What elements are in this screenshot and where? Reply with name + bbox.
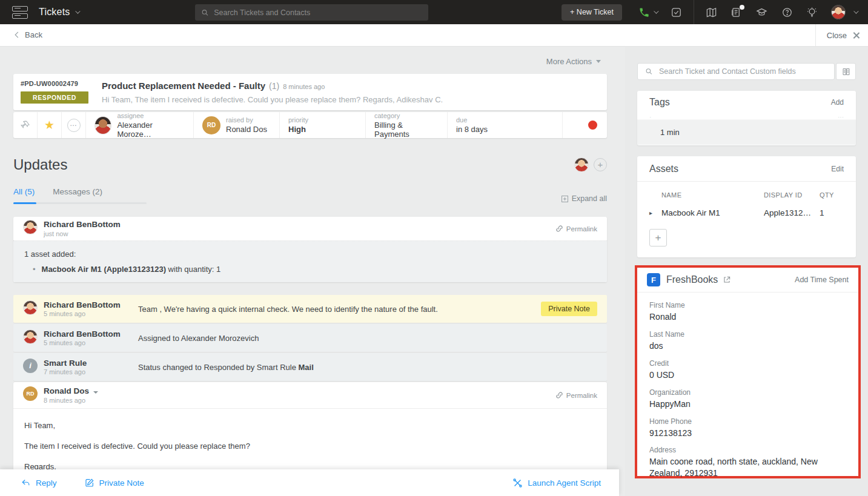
- ticket-excerpt: Hi Team, The item I received is defectiv…: [102, 95, 443, 104]
- tab-all[interactable]: All (5): [13, 187, 35, 202]
- asset-qty: 1: [820, 208, 844, 217]
- author-name[interactable]: Ronald Dos: [44, 386, 98, 396]
- due-field[interactable]: due in 8 days: [448, 112, 563, 138]
- due-value: in 8 days: [456, 125, 488, 134]
- reply-button[interactable]: Reply: [21, 478, 57, 488]
- custom-fields-search-input[interactable]: [659, 67, 827, 76]
- search-icon: [201, 8, 209, 17]
- global-search-input[interactable]: [214, 8, 422, 17]
- layout-toggle-button[interactable]: [836, 63, 856, 80]
- update-item-smart-rule: i Smart Rule 7 minutes ago Status change…: [13, 353, 607, 381]
- expand-triangle-icon[interactable]: ▸: [649, 210, 661, 216]
- author-name[interactable]: Richard BenBottom: [44, 300, 121, 310]
- permalink-button[interactable]: Permalink: [555, 225, 597, 233]
- back-button[interactable]: Back: [16, 30, 42, 39]
- author-name[interactable]: Richard BenBottom: [44, 220, 121, 230]
- global-search[interactable]: [195, 4, 428, 21]
- add-asset-button[interactable]: +: [649, 229, 667, 246]
- topbar-divider: [694, 0, 694, 24]
- update-time: 5 minutes ago: [44, 339, 121, 346]
- assets-title: Assets: [649, 164, 678, 174]
- author-name[interactable]: Richard BenBottom: [44, 329, 121, 339]
- raised-by-field[interactable]: RD raised by Ronald Dos: [194, 112, 280, 138]
- field-home-phone: Home Phone 912138123: [649, 417, 846, 439]
- update-time: 7 minutes ago: [44, 368, 87, 375]
- link-icon: [555, 391, 563, 399]
- author-avatar: [23, 329, 38, 344]
- close-label: Close: [827, 31, 847, 40]
- module-chevron-down-icon[interactable]: [76, 8, 81, 13]
- note-pencil-icon: [85, 478, 94, 488]
- feeds-icon[interactable]: [731, 7, 742, 18]
- ticket-detail-pane: More Actions #PD-UW00002479 RESPONDED Pr…: [0, 47, 625, 496]
- info-icon: i: [23, 359, 38, 373]
- tab-underline: [13, 202, 147, 204]
- field-credit: Credit 0 USD: [649, 359, 846, 381]
- priority-label: priority: [288, 116, 308, 124]
- field-first-name: First Name Ronald: [649, 301, 846, 323]
- assignee-field[interactable]: assignee Alexander Moroze…: [86, 112, 194, 138]
- search-icon: [645, 67, 653, 76]
- private-note-badge[interactable]: Private Note: [541, 302, 597, 316]
- tags-title: Tags: [649, 97, 670, 108]
- academy-icon[interactable]: [755, 7, 768, 18]
- due-label: due: [456, 116, 488, 124]
- back-chevron-icon: [15, 32, 21, 38]
- module-title[interactable]: Tickets: [39, 7, 70, 18]
- author-avatar: [23, 220, 38, 234]
- assets-column-headers: NAME DISPLAY ID QTY: [649, 188, 844, 202]
- add-update-button[interactable]: +: [594, 158, 607, 171]
- category-field[interactable]: category Billing & Payments: [366, 112, 448, 138]
- phone-chevron-down-icon[interactable]: [654, 8, 658, 13]
- tags-add-button[interactable]: Add: [831, 98, 844, 107]
- assets-edit-button[interactable]: Edit: [831, 165, 844, 173]
- update-time: 8 minutes ago: [44, 397, 98, 404]
- star-button[interactable]: ★: [38, 112, 62, 138]
- close-button[interactable]: Close: [815, 24, 860, 46]
- author-avatar: [23, 300, 38, 315]
- tags-row-value: 1 min: [637, 120, 856, 145]
- category-value: Billing & Payments: [374, 121, 439, 139]
- field-address: Address Main coone road, north state, au…: [649, 446, 846, 479]
- author-chevron-icon[interactable]: [93, 391, 98, 394]
- tags-panel: Tags Add ···· 1 min: [637, 91, 856, 145]
- profile-chevron-down-icon[interactable]: [853, 8, 858, 13]
- assignee-label: assignee: [117, 112, 185, 119]
- permalink-button[interactable]: Permalink: [555, 391, 597, 399]
- update-time: just now: [44, 230, 121, 237]
- tasks-icon[interactable]: [671, 7, 682, 18]
- external-link-icon[interactable]: [723, 276, 731, 284]
- private-note-button[interactable]: Private Note: [85, 478, 144, 488]
- whats-new-icon[interactable]: [806, 7, 818, 18]
- app-switcher-icon[interactable]: [12, 6, 28, 19]
- tab-messages[interactable]: Messages (2): [53, 187, 102, 202]
- custom-fields-search[interactable]: [637, 63, 835, 80]
- help-icon[interactable]: [781, 7, 793, 18]
- phone-icon[interactable]: [638, 7, 657, 18]
- expand-all-button[interactable]: Expand all: [562, 194, 607, 203]
- pin-button[interactable]: [13, 112, 38, 138]
- priority-field[interactable]: priority High: [280, 112, 366, 138]
- close-icon: [853, 32, 860, 39]
- asset-row[interactable]: ▸ Macbook Air M1 Apple1312… 1: [649, 202, 844, 223]
- new-ticket-button[interactable]: + New Ticket: [562, 4, 622, 21]
- assignee-avatar: [94, 116, 111, 134]
- add-time-spent-button[interactable]: Add Time Spent: [795, 276, 849, 284]
- ticket-title[interactable]: Product Replacement Needed - Faulty: [102, 81, 265, 91]
- user-avatar[interactable]: [831, 5, 846, 19]
- notification-dot: [740, 5, 744, 10]
- more-actions-button[interactable]: More Actions: [546, 57, 601, 66]
- ticket-toolbar: Back Close: [0, 24, 868, 47]
- launch-agent-script-button[interactable]: Launch Agent Script: [512, 478, 601, 488]
- update-item-assignment: Richard BenBottom 5 minutes ago Assigned…: [13, 324, 607, 352]
- expand-all-icon: [562, 196, 568, 202]
- update-item-private-note: Richard BenBottom 5 minutes ago Team , W…: [13, 295, 607, 323]
- bullet-icon: •: [33, 265, 36, 274]
- book-icon: [841, 67, 851, 76]
- ticket-header-card: #PD-UW00002479 RESPONDED Product Replace…: [13, 74, 607, 110]
- raised-by-label: raised by: [226, 116, 267, 124]
- map-icon[interactable]: [706, 7, 717, 18]
- more-options-button[interactable]: …: [62, 112, 86, 138]
- raised-by-avatar: RD: [202, 116, 220, 134]
- ticket-time: 8 minutes ago: [283, 83, 325, 90]
